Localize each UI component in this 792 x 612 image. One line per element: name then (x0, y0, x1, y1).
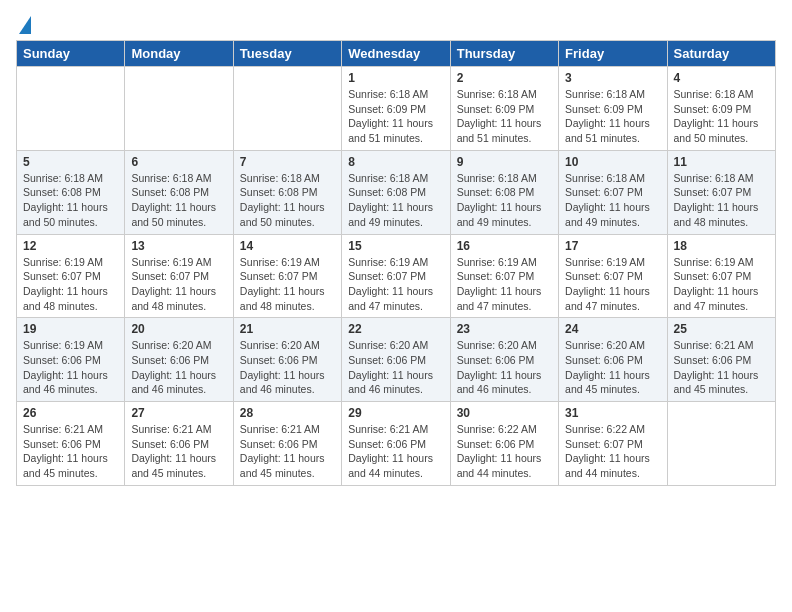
day-of-week-header: Sunday (17, 41, 125, 67)
calendar-cell: 28Sunrise: 6:21 AMSunset: 6:06 PMDayligh… (233, 402, 341, 486)
calendar-cell: 18Sunrise: 6:19 AMSunset: 6:07 PMDayligh… (667, 234, 775, 318)
day-of-week-header: Monday (125, 41, 233, 67)
calendar-header-row: SundayMondayTuesdayWednesdayThursdayFrid… (17, 41, 776, 67)
day-number: 10 (565, 155, 660, 169)
calendar-cell: 12Sunrise: 6:19 AMSunset: 6:07 PMDayligh… (17, 234, 125, 318)
calendar-cell: 22Sunrise: 6:20 AMSunset: 6:06 PMDayligh… (342, 318, 450, 402)
calendar-cell: 16Sunrise: 6:19 AMSunset: 6:07 PMDayligh… (450, 234, 558, 318)
day-number: 9 (457, 155, 552, 169)
calendar-cell (233, 67, 341, 151)
day-info: Sunrise: 6:21 AMSunset: 6:06 PMDaylight:… (348, 422, 443, 481)
day-info: Sunrise: 6:21 AMSunset: 6:06 PMDaylight:… (674, 338, 769, 397)
day-number: 27 (131, 406, 226, 420)
calendar-cell: 11Sunrise: 6:18 AMSunset: 6:07 PMDayligh… (667, 150, 775, 234)
day-number: 24 (565, 322, 660, 336)
day-info: Sunrise: 6:18 AMSunset: 6:08 PMDaylight:… (131, 171, 226, 230)
day-info: Sunrise: 6:18 AMSunset: 6:08 PMDaylight:… (240, 171, 335, 230)
calendar-cell: 2Sunrise: 6:18 AMSunset: 6:09 PMDaylight… (450, 67, 558, 151)
calendar-week-row: 19Sunrise: 6:19 AMSunset: 6:06 PMDayligh… (17, 318, 776, 402)
calendar-cell: 3Sunrise: 6:18 AMSunset: 6:09 PMDaylight… (559, 67, 667, 151)
day-info: Sunrise: 6:20 AMSunset: 6:06 PMDaylight:… (457, 338, 552, 397)
day-number: 23 (457, 322, 552, 336)
day-info: Sunrise: 6:22 AMSunset: 6:06 PMDaylight:… (457, 422, 552, 481)
calendar-cell: 5Sunrise: 6:18 AMSunset: 6:08 PMDaylight… (17, 150, 125, 234)
day-info: Sunrise: 6:18 AMSunset: 6:09 PMDaylight:… (565, 87, 660, 146)
calendar-cell: 1Sunrise: 6:18 AMSunset: 6:09 PMDaylight… (342, 67, 450, 151)
day-number: 4 (674, 71, 769, 85)
day-number: 28 (240, 406, 335, 420)
day-info: Sunrise: 6:20 AMSunset: 6:06 PMDaylight:… (240, 338, 335, 397)
day-number: 6 (131, 155, 226, 169)
day-number: 31 (565, 406, 660, 420)
day-number: 26 (23, 406, 118, 420)
day-number: 20 (131, 322, 226, 336)
day-number: 14 (240, 239, 335, 253)
day-info: Sunrise: 6:20 AMSunset: 6:06 PMDaylight:… (348, 338, 443, 397)
day-number: 21 (240, 322, 335, 336)
day-number: 3 (565, 71, 660, 85)
calendar-cell: 17Sunrise: 6:19 AMSunset: 6:07 PMDayligh… (559, 234, 667, 318)
logo (16, 16, 31, 32)
day-info: Sunrise: 6:19 AMSunset: 6:07 PMDaylight:… (565, 255, 660, 314)
day-number: 13 (131, 239, 226, 253)
day-info: Sunrise: 6:18 AMSunset: 6:08 PMDaylight:… (348, 171, 443, 230)
day-number: 1 (348, 71, 443, 85)
calendar-cell: 6Sunrise: 6:18 AMSunset: 6:08 PMDaylight… (125, 150, 233, 234)
day-info: Sunrise: 6:19 AMSunset: 6:07 PMDaylight:… (674, 255, 769, 314)
day-info: Sunrise: 6:18 AMSunset: 6:08 PMDaylight:… (457, 171, 552, 230)
day-info: Sunrise: 6:21 AMSunset: 6:06 PMDaylight:… (131, 422, 226, 481)
day-number: 11 (674, 155, 769, 169)
day-info: Sunrise: 6:18 AMSunset: 6:09 PMDaylight:… (674, 87, 769, 146)
day-info: Sunrise: 6:22 AMSunset: 6:07 PMDaylight:… (565, 422, 660, 481)
day-number: 7 (240, 155, 335, 169)
calendar-cell: 4Sunrise: 6:18 AMSunset: 6:09 PMDaylight… (667, 67, 775, 151)
day-number: 29 (348, 406, 443, 420)
day-of-week-header: Friday (559, 41, 667, 67)
day-info: Sunrise: 6:18 AMSunset: 6:08 PMDaylight:… (23, 171, 118, 230)
day-info: Sunrise: 6:21 AMSunset: 6:06 PMDaylight:… (23, 422, 118, 481)
calendar-table: SundayMondayTuesdayWednesdayThursdayFrid… (16, 40, 776, 486)
calendar-week-row: 5Sunrise: 6:18 AMSunset: 6:08 PMDaylight… (17, 150, 776, 234)
calendar-cell (125, 67, 233, 151)
day-info: Sunrise: 6:19 AMSunset: 6:07 PMDaylight:… (240, 255, 335, 314)
calendar-cell: 8Sunrise: 6:18 AMSunset: 6:08 PMDaylight… (342, 150, 450, 234)
day-number: 12 (23, 239, 118, 253)
calendar-cell: 27Sunrise: 6:21 AMSunset: 6:06 PMDayligh… (125, 402, 233, 486)
day-number: 2 (457, 71, 552, 85)
calendar-cell: 23Sunrise: 6:20 AMSunset: 6:06 PMDayligh… (450, 318, 558, 402)
day-number: 22 (348, 322, 443, 336)
logo-triangle-icon (19, 16, 31, 34)
calendar-cell: 10Sunrise: 6:18 AMSunset: 6:07 PMDayligh… (559, 150, 667, 234)
calendar-cell: 7Sunrise: 6:18 AMSunset: 6:08 PMDaylight… (233, 150, 341, 234)
day-info: Sunrise: 6:18 AMSunset: 6:07 PMDaylight:… (674, 171, 769, 230)
calendar-cell: 30Sunrise: 6:22 AMSunset: 6:06 PMDayligh… (450, 402, 558, 486)
calendar-cell: 21Sunrise: 6:20 AMSunset: 6:06 PMDayligh… (233, 318, 341, 402)
day-of-week-header: Tuesday (233, 41, 341, 67)
calendar-cell: 14Sunrise: 6:19 AMSunset: 6:07 PMDayligh… (233, 234, 341, 318)
day-number: 15 (348, 239, 443, 253)
day-of-week-header: Wednesday (342, 41, 450, 67)
calendar-week-row: 1Sunrise: 6:18 AMSunset: 6:09 PMDaylight… (17, 67, 776, 151)
calendar-cell: 29Sunrise: 6:21 AMSunset: 6:06 PMDayligh… (342, 402, 450, 486)
calendar-cell: 31Sunrise: 6:22 AMSunset: 6:07 PMDayligh… (559, 402, 667, 486)
day-info: Sunrise: 6:20 AMSunset: 6:06 PMDaylight:… (131, 338, 226, 397)
calendar-week-row: 12Sunrise: 6:19 AMSunset: 6:07 PMDayligh… (17, 234, 776, 318)
calendar-week-row: 26Sunrise: 6:21 AMSunset: 6:06 PMDayligh… (17, 402, 776, 486)
day-number: 18 (674, 239, 769, 253)
day-number: 25 (674, 322, 769, 336)
calendar-cell: 26Sunrise: 6:21 AMSunset: 6:06 PMDayligh… (17, 402, 125, 486)
day-info: Sunrise: 6:18 AMSunset: 6:09 PMDaylight:… (348, 87, 443, 146)
day-number: 19 (23, 322, 118, 336)
calendar-cell: 20Sunrise: 6:20 AMSunset: 6:06 PMDayligh… (125, 318, 233, 402)
calendar-cell: 15Sunrise: 6:19 AMSunset: 6:07 PMDayligh… (342, 234, 450, 318)
calendar-cell: 9Sunrise: 6:18 AMSunset: 6:08 PMDaylight… (450, 150, 558, 234)
day-number: 8 (348, 155, 443, 169)
day-info: Sunrise: 6:19 AMSunset: 6:06 PMDaylight:… (23, 338, 118, 397)
day-number: 30 (457, 406, 552, 420)
day-info: Sunrise: 6:21 AMSunset: 6:06 PMDaylight:… (240, 422, 335, 481)
calendar-cell (667, 402, 775, 486)
calendar-cell: 19Sunrise: 6:19 AMSunset: 6:06 PMDayligh… (17, 318, 125, 402)
day-of-week-header: Saturday (667, 41, 775, 67)
day-of-week-header: Thursday (450, 41, 558, 67)
page-header (16, 16, 776, 32)
